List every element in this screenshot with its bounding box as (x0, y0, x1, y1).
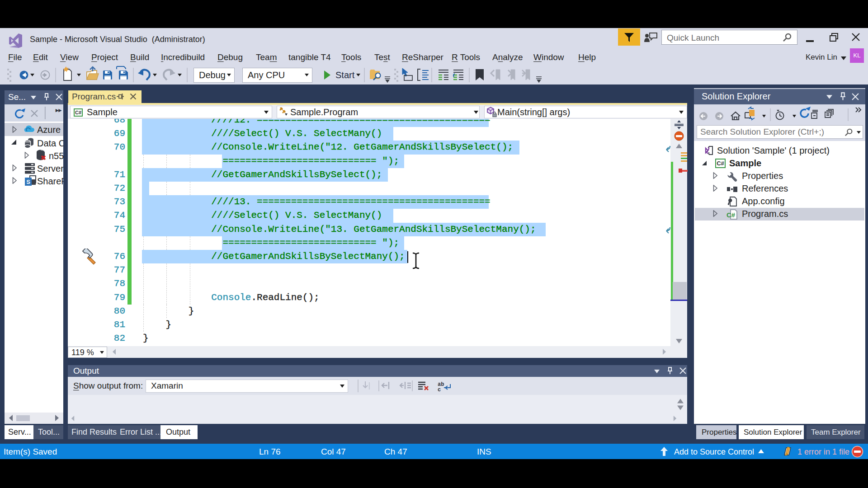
svg-text:C#: C# (726, 211, 736, 219)
svg-text:c: c (438, 387, 441, 393)
svg-text:C#: C# (75, 110, 81, 115)
svg-text:S: S (26, 178, 30, 185)
svg-text:C#: C# (717, 160, 724, 167)
